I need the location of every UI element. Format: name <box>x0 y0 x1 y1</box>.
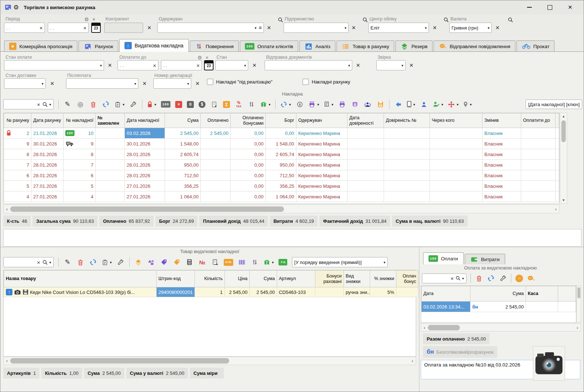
column-header[interactable]: Довіреність № <box>384 113 430 128</box>
column-header[interactable]: Кількість <box>195 271 225 287</box>
payment-date-cell[interactable]: 03.02.2026 13:34... <box>422 302 470 312</box>
clear-icon[interactable]: × <box>151 62 156 69</box>
invoice-row[interactable]: 527.01.2026527.01.2026356,250,00356,25Ки… <box>4 181 559 191</box>
order-select[interactable]: [У порядку введення (прямий)]▾ <box>292 257 388 267</box>
products-horizontal-scrollbar[interactable]: ‹ › <box>3 357 416 365</box>
tab-expenses[interactable]: Витрати <box>465 254 505 264</box>
column-header[interactable]: Оплатити до <box>521 113 556 128</box>
scroll-left-icon[interactable]: ‹ <box>4 358 10 364</box>
dollar-circle-icon[interactable]: $ <box>199 101 205 108</box>
payment-state-clear-button[interactable]: × <box>106 60 114 70</box>
scrollbar-thumb[interactable] <box>428 325 460 330</box>
document-star-icon[interactable]: ★ <box>210 100 218 109</box>
close-button[interactable]: ✕ <box>566 3 574 11</box>
payment-state-select[interactable]: ▾ <box>4 60 104 70</box>
person-check-icon[interactable]: ▾ <box>433 100 443 109</box>
column-header[interactable]: Оплачено бонусами <box>231 113 266 128</box>
enterprise-select[interactable]: ▾ <box>284 23 349 33</box>
declaration-select[interactable]: ▾ <box>153 78 191 89</box>
tab-rental[interactable]: Прокат <box>516 40 554 52</box>
save-print-icon[interactable] <box>376 100 384 109</box>
scroll-right-icon[interactable]: › <box>574 325 581 330</box>
settings-wrench-icon[interactable] <box>499 274 507 283</box>
docs-send-select[interactable]: ▾ <box>265 60 352 70</box>
scroll-right-icon[interactable]: › <box>553 206 559 212</box>
camera-icon[interactable] <box>533 346 565 381</box>
upload-icon[interactable]: ↑ <box>6 289 12 295</box>
scrollbar-thumb[interactable] <box>561 120 566 142</box>
settings-gear-icon[interactable]: ⚙ <box>12 3 20 11</box>
payments-horizontal-scrollbar[interactable]: ‹ › <box>421 323 581 331</box>
search-icon[interactable]: ▾ <box>454 276 464 281</box>
print-document-icon[interactable] <box>338 100 346 109</box>
shapes-icon[interactable] <box>147 258 155 267</box>
back-arrow-icon[interactable] <box>394 100 402 109</box>
payments-search-input[interactable]: ×▾ <box>422 273 466 283</box>
scrollbar-thumb[interactable] <box>10 358 229 364</box>
receipt-icon[interactable]: ▾ <box>324 100 333 109</box>
invoice-row[interactable]: 427.01.2026427.01.20261 064,000,001 064,… <box>4 191 559 202</box>
view-icon[interactable]: ◎ <box>76 100 84 109</box>
reconcile-clear-button[interactable]: × <box>408 60 415 70</box>
state-clear-icon[interactable]: × <box>205 55 208 61</box>
up-up-icon[interactable]: ↑↑ <box>515 275 523 282</box>
exchange-refresh-icon[interactable]: ▾ <box>280 100 291 109</box>
scroll-left-icon[interactable]: ‹ <box>421 325 428 330</box>
cash-100-icon[interactable]: 100 <box>161 101 170 108</box>
minimize-button[interactable] <box>525 3 533 11</box>
products-search-input[interactable]: ×▾ <box>3 257 54 267</box>
column-header[interactable]: Дата рахунку <box>31 113 64 128</box>
tab-client-payments[interactable]: 100Оплати клієнтів <box>240 40 298 52</box>
column-header[interactable]: Бонуси раховані <box>315 271 344 287</box>
column-header[interactable]: Артикул <box>277 271 315 287</box>
invoice-row[interactable]: 728.01.2026728.01.2026950,000,00950,00Ки… <box>4 160 559 170</box>
invoice-row[interactable]: 221.01.20261001003.02.20262 545,002 545,… <box>4 128 559 139</box>
layers-icon[interactable] <box>134 258 142 267</box>
maximize-button[interactable] <box>546 3 554 11</box>
invoice-vertical-scrollbar[interactable]: ▲ ▼ <box>560 113 567 204</box>
column-header[interactable]: Каса <box>526 286 558 302</box>
docs-send-clear-button[interactable]: × <box>354 60 362 70</box>
sigma-icon[interactable]: Σ <box>223 101 230 108</box>
print-preview-icon[interactable] <box>351 100 359 109</box>
chat-icon[interactable] <box>527 274 535 283</box>
payment-kasa-cell[interactable] <box>526 302 558 312</box>
sort-arrows-icon[interactable] <box>251 258 259 267</box>
scroll-right-icon[interactable]: › <box>409 358 416 364</box>
checkbox-icon[interactable] <box>303 79 309 85</box>
tab-goods-in-invoice[interactable]: Товар в рахунку <box>337 40 394 52</box>
invoice-row[interactable]: 930.01.2026НП930.01.20261 548,000,001 54… <box>4 139 559 149</box>
tab-sent-messages[interactable]: Відправлені повідомлення <box>434 40 515 52</box>
sort-arrows-icon[interactable] <box>247 100 256 109</box>
edit-icon[interactable]: ✎ <box>64 100 72 109</box>
currency-select[interactable]: Гривня (грн)▾ <box>449 23 492 33</box>
delete-icon[interactable] <box>76 258 84 267</box>
column-header[interactable]: Ціна <box>225 271 250 287</box>
refresh-icon[interactable] <box>487 274 495 283</box>
delivery-state-select[interactable]: ▾ <box>4 78 46 89</box>
payments-vertical-scrollbar[interactable] <box>576 286 581 323</box>
accounting-center-select[interactable]: Еліт▾ <box>368 23 429 33</box>
state-gear-icon[interactable]: ⚙ <box>197 55 202 61</box>
gift-icon[interactable]: ▾ <box>260 100 270 109</box>
column-header[interactable]: № рахунку <box>4 113 31 128</box>
search-icon[interactable] <box>278 17 283 24</box>
period-clear-icon[interactable]: × <box>92 16 95 22</box>
column-header[interactable]: № замовлен <box>96 113 125 128</box>
search-icon[interactable] <box>362 17 368 24</box>
column-header[interactable]: Вид знижки <box>344 271 370 287</box>
column-header[interactable]: Через кого <box>430 113 483 128</box>
tab-invoice[interactable]: Рахунок <box>78 40 118 52</box>
tab-commercial-offer[interactable]: ★Комерційна пропозиція <box>4 40 77 52</box>
tab-returns[interactable]: Повернення <box>190 40 239 52</box>
column-header[interactable]: Дата довіреності <box>347 113 384 128</box>
numero-icon[interactable]: № <box>198 258 206 267</box>
scroll-down-icon[interactable]: ▼ <box>560 198 567 203</box>
clipboard-icon[interactable]: ▾ <box>115 100 124 109</box>
column-header[interactable]: Змінив <box>483 113 521 128</box>
cod-select[interactable]: ▾ <box>66 78 138 89</box>
tag-orange-icon[interactable] <box>173 258 181 267</box>
invoice-search-input[interactable]: ×▾ <box>3 99 54 109</box>
period-gear-icon[interactable]: ⚙ <box>84 16 89 22</box>
refresh-icon[interactable] <box>89 258 97 267</box>
